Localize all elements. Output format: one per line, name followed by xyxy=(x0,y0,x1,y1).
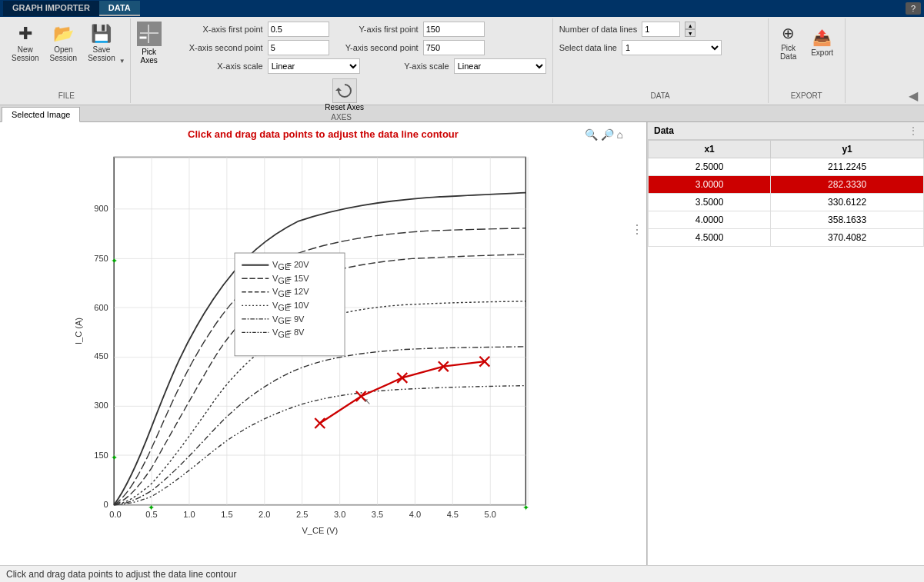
num-lines-row: Number of data lines ▲ ▼ xyxy=(559,22,762,37)
status-bar: Click and drag data points to adjust the… xyxy=(0,565,924,582)
table-row[interactable]: 4.5000370.4082 xyxy=(649,229,924,247)
collapse-right[interactable]: ◀ xyxy=(906,88,921,103)
select-line-row: Select data line 1 xyxy=(559,40,762,55)
svg-text:0.0: 0.0 xyxy=(109,510,121,519)
graph-area: Click and drag data points to adjust the… xyxy=(0,122,646,565)
file-buttons-row: ✚ NewSession 📂 OpenSession 💾 SaveSession… xyxy=(8,22,125,65)
svg-text:600: 600 xyxy=(94,303,108,312)
num-lines-down[interactable]: ▼ xyxy=(685,29,696,37)
x-second-row: X-axis second point Y-axis second point xyxy=(171,40,546,55)
zoom-in-button[interactable]: 🔍 xyxy=(585,128,598,141)
help-button[interactable]: ? xyxy=(906,2,921,15)
cell-x1: 2.5000 xyxy=(649,158,771,176)
main-content: Click and drag data points to adjust the… xyxy=(0,122,924,565)
svg-text:3.5: 3.5 xyxy=(372,510,383,519)
svg-text:= 8V: = 8V xyxy=(286,328,305,337)
graph-container: 0 150 300 450 600 750 900 0.0 0.5 1.0 1.… xyxy=(15,143,639,547)
svg-text:5.0: 5.0 xyxy=(485,510,496,519)
table-row[interactable]: 2.5000211.2245 xyxy=(649,158,924,176)
svg-marker-3 xyxy=(335,88,342,91)
pick-data-label: PickData xyxy=(780,44,796,61)
svg-text:750: 750 xyxy=(94,254,108,263)
svg-text:= 15V: = 15V xyxy=(286,274,309,283)
reset-axes-btn[interactable]: Reset Axes xyxy=(143,78,546,111)
y-first-label: Y-axis first point xyxy=(334,25,419,34)
svg-text:I_C (A): I_C (A) xyxy=(74,318,83,344)
open-session-label: OpenSession xyxy=(50,45,78,62)
cell-y1: 370.4082 xyxy=(771,229,924,247)
y-first-input[interactable] xyxy=(423,22,485,37)
svg-text:2.0: 2.0 xyxy=(259,510,270,519)
pick-data-button[interactable]: ⊕ PickData xyxy=(773,22,804,63)
select-line-select[interactable]: 1 xyxy=(622,40,722,55)
export-icon: 📤 xyxy=(812,28,832,47)
svg-text:900: 900 xyxy=(94,205,108,214)
tab-data[interactable]: DATA xyxy=(99,1,140,16)
cell-x1: 3.0000 xyxy=(649,176,771,194)
x-second-input[interactable] xyxy=(268,40,329,55)
pick-data-icon: ⊕ xyxy=(782,24,795,42)
tab-graph-importer[interactable]: GRAPH IMPORTER xyxy=(3,1,99,16)
tab-selected-image[interactable]: Selected Image xyxy=(2,107,80,122)
cell-y1: 282.3330 xyxy=(771,176,924,194)
data-table: x1 y1 2.5000211.22453.0000282.33303.5000… xyxy=(648,140,924,247)
y-scale-label: Y-axis scale xyxy=(365,62,449,71)
num-lines-label: Number of data lines xyxy=(559,25,638,34)
svg-text:300: 300 xyxy=(94,401,108,410)
cell-y1: 358.1633 xyxy=(771,211,924,229)
table-row[interactable]: 4.0000358.1633 xyxy=(649,211,924,229)
save-session-icon: 💾 xyxy=(91,24,112,44)
svg-text:3.0: 3.0 xyxy=(334,510,345,519)
data-panel-title: Data xyxy=(654,125,674,136)
export-group: ⊕ PickData 📤 Export EXPORT xyxy=(769,18,846,103)
save-session-arrow[interactable]: ▼ xyxy=(119,58,125,65)
pick-axes-label[interactable]: PickAxes xyxy=(141,48,158,65)
num-lines-spinner[interactable]: ▲ ▼ xyxy=(685,22,696,37)
home-button[interactable]: ⌂ xyxy=(617,128,623,141)
svg-rect-1 xyxy=(148,25,149,43)
x-second-label: X-axis second point xyxy=(171,43,263,52)
table-row[interactable]: 3.5000330.6122 xyxy=(649,194,924,211)
x-first-input[interactable] xyxy=(268,22,329,37)
axes-group: PickAxes X-axis first point Y-axis first… xyxy=(131,18,553,103)
svg-text:= 12V: = 12V xyxy=(286,287,309,296)
col-x1: x1 xyxy=(649,141,771,158)
export-buttons-row: ⊕ PickData 📤 Export xyxy=(773,22,838,63)
graph-mini-toolbar: 🔍 🔎 ⌂ xyxy=(585,128,623,141)
num-lines-input[interactable] xyxy=(642,22,680,37)
svg-text:150: 150 xyxy=(94,451,108,460)
col-y1: y1 xyxy=(771,141,924,158)
file-group: ✚ NewSession 📂 OpenSession 💾 SaveSession… xyxy=(3,18,131,103)
y-second-input[interactable] xyxy=(423,40,485,55)
svg-text:↖: ↖ xyxy=(364,397,371,406)
x-axis-marker-50[interactable]: ✦ xyxy=(522,503,529,512)
num-lines-up[interactable]: ▲ xyxy=(685,22,696,29)
y-axis-marker-150[interactable]: ✦ xyxy=(111,453,118,462)
title-bar: GRAPH IMPORTER DATA ? xyxy=(0,0,924,17)
y-scale-select[interactable]: Linear Log xyxy=(454,58,546,74)
x-scale-row: X-axis scale Linear Log Y-axis scale Lin… xyxy=(171,58,546,74)
new-session-button[interactable]: ✚ NewSession xyxy=(8,22,43,65)
data-label: DATA xyxy=(559,91,762,100)
export-button[interactable]: 📤 Export xyxy=(807,26,838,59)
reset-axes-label: Reset Axes xyxy=(325,103,364,111)
save-session-button[interactable]: 💾 SaveSession xyxy=(84,22,119,65)
table-row[interactable]: 3.0000282.3330 xyxy=(649,176,924,194)
panel-options-icon[interactable]: ⋮ xyxy=(909,125,918,136)
svg-rect-2 xyxy=(140,37,146,38)
svg-text:= 20V: = 20V xyxy=(286,260,309,269)
x-first-row: X-axis first point Y-axis first point xyxy=(171,22,546,37)
x-scale-select[interactable]: Linear Log xyxy=(268,58,360,74)
open-session-button[interactable]: 📂 OpenSession xyxy=(46,22,82,65)
title-tabs: GRAPH IMPORTER DATA xyxy=(3,1,140,16)
zoom-out-button[interactable]: 🔎 xyxy=(601,128,614,141)
x-axis-marker-05[interactable]: ✦ xyxy=(148,503,155,512)
svg-text:= 9V: = 9V xyxy=(286,314,305,324)
export-label: Export xyxy=(811,48,833,57)
save-session-label: SaveSession xyxy=(88,45,115,62)
select-line-label: Select data line xyxy=(559,43,617,52)
cell-x1: 4.5000 xyxy=(649,229,771,247)
cell-y1: 211.2245 xyxy=(771,158,924,176)
svg-text:V_CE (V): V_CE (V) xyxy=(302,526,338,535)
y-axis-marker-750[interactable]: ✦ xyxy=(111,256,118,265)
